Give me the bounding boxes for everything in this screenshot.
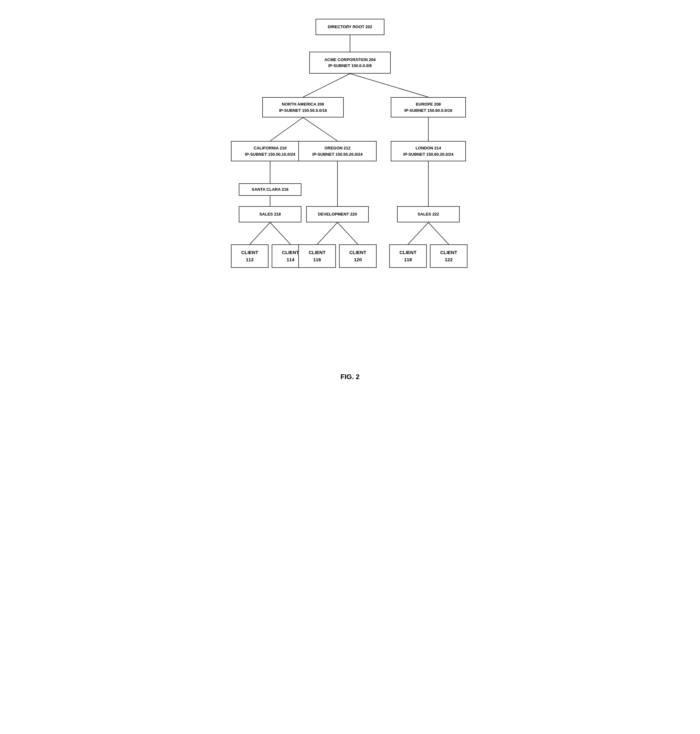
svg-line-10 (250, 222, 270, 244)
node-client-118: CLIENT 118 (389, 244, 427, 268)
node-california: CALIFORNIA 210 IP-SUBNET 150.50.10.0/24 (231, 141, 309, 161)
node-directory-root: DIRECTORY ROOT 202 (316, 19, 384, 35)
svg-line-2 (350, 73, 428, 97)
node-acme: ACME CORPORATION 204 IP-SUBNET 150.0.0.0… (309, 52, 391, 73)
node-client-116: CLIENT 116 (298, 244, 336, 268)
svg-line-12 (317, 222, 337, 244)
tree-diagram: DIRECTORY ROOT 202 ACME CORPORATION 204 … (215, 16, 485, 360)
node-london: LONDON 214 IP-SUBNET 150.60.20.0/24 (391, 141, 466, 161)
node-santa-clara: SANTA CLARA 216 (239, 183, 301, 196)
node-sales-222: SALES 222 (397, 206, 460, 222)
node-client-122: CLIENT 122 (430, 244, 468, 268)
node-development: DEVELOPMENT 220 (306, 206, 369, 222)
svg-line-15 (428, 222, 449, 244)
node-north-america: NORTH AMERICA 206 IP-SUBNET 150.50.0.0/1… (262, 97, 344, 117)
svg-line-4 (303, 117, 337, 141)
svg-line-1 (303, 73, 350, 97)
node-oregon: OREGON 212 IP-SUBNET 150.50.20.0/24 (298, 141, 376, 161)
node-europe: EUROPE 208 IP-SUBNET 150.60.0.0/16 (391, 97, 466, 117)
svg-line-13 (337, 222, 358, 244)
diagram-container: DIRECTORY ROOT 202 ACME CORPORATION 204 … (209, 6, 491, 387)
svg-line-14 (408, 222, 428, 244)
figure-label: FIG. 2 (340, 373, 359, 381)
node-client-120: CLIENT 120 (339, 244, 376, 268)
node-sales-218: SALES 218 (239, 206, 301, 222)
node-client-112: CLIENT 112 (231, 244, 269, 268)
svg-line-3 (270, 117, 303, 141)
svg-line-11 (270, 222, 290, 244)
